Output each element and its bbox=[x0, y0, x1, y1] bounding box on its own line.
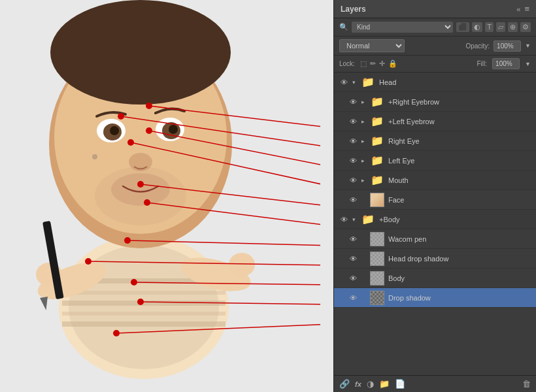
layer-name-mouth: Mouth bbox=[388, 176, 532, 184]
visibility-toggle-body[interactable]: 👁 bbox=[347, 272, 359, 284]
layer-item-head-drop-shadow[interactable]: 👁Head drop shadow bbox=[334, 249, 536, 269]
layer-thumbnail-left-eye: 📁 bbox=[370, 154, 384, 168]
expand-arrow-head[interactable]: ▾ bbox=[352, 79, 359, 86]
layer-name-wacom-pen: Wacom pen bbox=[388, 235, 532, 243]
filter-icons: ⬛ ◐ T ▱ ⊕ ⚙ bbox=[456, 22, 531, 32]
opacity-chevron-icon[interactable]: ▼ bbox=[525, 42, 531, 49]
thumb-overlay bbox=[371, 233, 384, 246]
adjustment-layer-icon[interactable]: ◑ bbox=[367, 379, 374, 389]
layer-item-head[interactable]: 👁▾📁Head bbox=[334, 73, 536, 92]
expand-arrow-left-eyebrow[interactable]: ▸ bbox=[361, 118, 368, 125]
svg-point-24 bbox=[92, 154, 97, 159]
opacity-input[interactable] bbox=[494, 41, 521, 52]
brush-lock-icon[interactable]: ✏ bbox=[370, 59, 376, 68]
pixel-filter-icon[interactable]: ⬛ bbox=[456, 22, 469, 32]
blend-mode-select[interactable]: Normal Multiply Screen Overlay bbox=[339, 39, 405, 52]
layer-item-body-group[interactable]: 👁▾📁+Body bbox=[334, 210, 536, 229]
expand-arrow-right-eyebrow[interactable]: ▸ bbox=[361, 99, 368, 105]
panel-header: Layers « ≡ bbox=[334, 0, 536, 18]
background-image bbox=[0, 0, 320, 392]
gradient-filter-icon[interactable]: ◐ bbox=[472, 22, 482, 32]
visibility-toggle-head-drop-shadow[interactable]: 👁 bbox=[347, 253, 359, 265]
panel-title: Layers bbox=[341, 5, 366, 14]
layer-item-body[interactable]: 👁Body bbox=[334, 269, 536, 288]
eye-icon: 👁 bbox=[350, 196, 357, 204]
layer-item-left-eye[interactable]: 👁▸📁Left Eye bbox=[334, 151, 536, 171]
new-layer-icon[interactable]: 📄 bbox=[395, 379, 405, 389]
delete-layer-icon[interactable]: 🗑 bbox=[522, 379, 531, 389]
svg-point-19 bbox=[110, 126, 119, 135]
visibility-toggle-body-group[interactable]: 👁 bbox=[338, 214, 350, 225]
move-lock-icon[interactable]: ✛ bbox=[379, 59, 385, 68]
eye-icon: 👁 bbox=[350, 118, 357, 125]
layer-thumbnail-head: 📁 bbox=[361, 75, 375, 90]
eye-icon: 👁 bbox=[350, 137, 357, 145]
folder-icon: 📁 bbox=[371, 135, 384, 147]
shape-filter-icon[interactable]: ▱ bbox=[496, 22, 505, 32]
fx-icon[interactable]: fx bbox=[355, 380, 361, 388]
svg-point-23 bbox=[95, 167, 186, 225]
eye-icon: 👁 bbox=[350, 274, 357, 282]
blend-row: Normal Multiply Screen Overlay Opacity: … bbox=[334, 37, 536, 56]
thumb-overlay bbox=[371, 252, 384, 265]
expand-arrow-right-eye[interactable]: ▸ bbox=[361, 138, 368, 144]
layer-item-mouth[interactable]: 👁▸📁Mouth bbox=[334, 171, 536, 190]
layer-thumbnail-drop-shadow bbox=[370, 291, 384, 305]
visibility-toggle-mouth[interactable]: 👁 bbox=[347, 174, 359, 186]
panel-menu-icon[interactable]: ≡ bbox=[524, 4, 529, 14]
eye-icon: 👁 bbox=[341, 216, 348, 223]
svg-point-14 bbox=[50, 0, 231, 105]
expand-arrow-body-group[interactable]: ▾ bbox=[352, 216, 359, 223]
lock-row: Lock: ⬚ ✏ ✛ 🔒 Fill: ▼ bbox=[334, 56, 536, 73]
thumb-overlay bbox=[371, 272, 384, 285]
new-group-icon[interactable]: 📁 bbox=[379, 379, 390, 389]
artboard-lock-icon[interactable]: 🔒 bbox=[388, 59, 397, 68]
visibility-toggle-face[interactable]: 👁 bbox=[347, 194, 359, 206]
visibility-toggle-drop-shadow[interactable]: 👁 bbox=[347, 292, 359, 304]
eye-icon: 👁 bbox=[350, 98, 357, 106]
smart-filter-icon[interactable]: ⚙ bbox=[520, 22, 531, 32]
visibility-toggle-left-eyebrow[interactable]: 👁 bbox=[347, 116, 359, 127]
expand-arrow-mouth[interactable]: ▸ bbox=[361, 177, 368, 184]
folder-icon: 📁 bbox=[361, 76, 375, 88]
adjustment-filter-icon[interactable]: ⊕ bbox=[508, 22, 518, 32]
layers-list: 👁▾📁Head👁▸📁+Right Eyebrow👁▸📁+Left Eyebrow… bbox=[334, 73, 536, 375]
kind-filter-select[interactable]: Kind bbox=[352, 22, 453, 33]
layer-thumbnail-left-eyebrow: 📁 bbox=[370, 114, 384, 129]
layer-thumbnail-face bbox=[370, 193, 384, 207]
collapse-icon[interactable]: « bbox=[516, 5, 520, 13]
opacity-label: Opacity: bbox=[465, 42, 490, 50]
layer-thumbnail-body-group: 📁 bbox=[361, 212, 375, 227]
layer-thumbnail-wacom-pen bbox=[370, 232, 384, 246]
layer-name-body: Body bbox=[388, 274, 532, 282]
visibility-toggle-left-eye[interactable]: 👁 bbox=[347, 155, 359, 167]
filter-row: 🔍 Kind ⬛ ◐ T ▱ ⊕ ⚙ bbox=[334, 18, 536, 37]
layer-item-right-eyebrow[interactable]: 👁▸📁+Right Eyebrow bbox=[334, 92, 536, 112]
layer-item-drop-shadow[interactable]: 👁Drop shadow bbox=[334, 288, 536, 308]
layer-name-left-eye: Left Eye bbox=[388, 157, 532, 165]
checkerboard-lock-icon[interactable]: ⬚ bbox=[360, 59, 367, 68]
fill-label: Fill: bbox=[477, 60, 488, 67]
eye-icon: 👁 bbox=[350, 255, 357, 263]
fill-chevron-icon[interactable]: ▼ bbox=[525, 61, 531, 67]
eye-icon: 👁 bbox=[350, 157, 357, 165]
layer-name-right-eye: Right Eye bbox=[388, 137, 532, 145]
link-layers-icon[interactable]: 🔗 bbox=[339, 379, 350, 389]
panel-header-icons: « ≡ bbox=[516, 4, 529, 14]
visibility-toggle-right-eye[interactable]: 👁 bbox=[347, 135, 359, 147]
layer-item-wacom-pen[interactable]: 👁Wacom pen bbox=[334, 229, 536, 249]
lock-label: Lock: bbox=[339, 60, 355, 67]
visibility-toggle-right-eyebrow[interactable]: 👁 bbox=[347, 96, 359, 108]
layer-item-left-eyebrow[interactable]: 👁▸📁+Left Eyebrow bbox=[334, 112, 536, 131]
fill-input[interactable] bbox=[492, 58, 520, 69]
visibility-toggle-head[interactable]: 👁 bbox=[338, 76, 350, 88]
layer-name-head: Head bbox=[379, 78, 532, 86]
folder-icon: 📁 bbox=[371, 115, 384, 127]
eye-icon: 👁 bbox=[350, 235, 357, 243]
visibility-toggle-wacom-pen[interactable]: 👁 bbox=[347, 233, 359, 245]
layer-name-left-eyebrow: +Left Eyebrow bbox=[388, 118, 532, 125]
layer-item-right-eye[interactable]: 👁▸📁Right Eye bbox=[334, 131, 536, 151]
expand-arrow-left-eye[interactable]: ▸ bbox=[361, 157, 368, 164]
layer-item-face[interactable]: 👁Face bbox=[334, 190, 536, 210]
text-filter-icon[interactable]: T bbox=[485, 22, 494, 32]
